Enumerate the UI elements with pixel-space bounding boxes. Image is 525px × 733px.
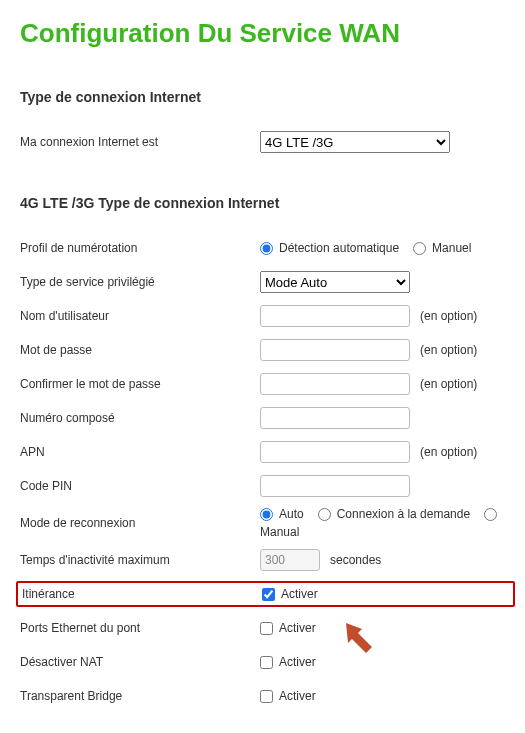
row-dialed-number: Numéro composé xyxy=(20,405,515,431)
dialed-number-input[interactable] xyxy=(260,407,410,429)
reconnect-auto-label: Auto xyxy=(279,507,304,521)
reconnect-auto-radio[interactable] xyxy=(260,508,273,521)
password-input[interactable] xyxy=(260,339,410,361)
page-title: Configuration Du Service WAN xyxy=(20,18,515,49)
row-my-connection: Ma connexion Internet est 4G LTE /3G xyxy=(20,129,515,155)
apn-hint: (en option) xyxy=(420,445,477,459)
reconnect-mode-label: Mode de reconnexion xyxy=(20,516,260,530)
apn-input[interactable] xyxy=(260,441,410,463)
section-4glte-heading: 4G LTE /3G Type de connexion Internet xyxy=(20,195,515,211)
reconnect-manual-radio[interactable] xyxy=(484,508,497,521)
username-label: Nom d'utilisateur xyxy=(20,309,260,323)
dial-profile-manual-label: Manuel xyxy=(432,241,471,255)
row-idle-time: Temps d'inactivité maximum secondes xyxy=(20,547,515,573)
confirm-password-input[interactable] xyxy=(260,373,410,395)
row-transparent-bridge: Transparent Bridge Activer xyxy=(20,683,515,709)
row-service-type: Type de service privilégié Mode Auto xyxy=(20,269,515,295)
idle-time-label: Temps d'inactivité maximum xyxy=(20,553,260,567)
row-apn: APN (en option) xyxy=(20,439,515,465)
transparent-bridge-checkbox[interactable] xyxy=(260,690,273,703)
dialed-number-label: Numéro composé xyxy=(20,411,260,425)
section-connection-type-heading: Type de connexion Internet xyxy=(20,89,515,105)
idle-time-suffix: secondes xyxy=(330,553,381,567)
row-reconnect-mode: Mode de reconnexion Auto Connexion à la … xyxy=(20,507,515,539)
row-username: Nom d'utilisateur (en option) xyxy=(20,303,515,329)
confirm-password-label: Confirmer le mot de passe xyxy=(20,377,260,391)
transparent-bridge-checkbox-label: Activer xyxy=(279,689,316,703)
roaming-checkbox-label: Activer xyxy=(281,587,318,601)
reconnect-manual-label: Manual xyxy=(260,525,299,539)
idle-time-input xyxy=(260,549,320,571)
disable-nat-checkbox-label: Activer xyxy=(279,655,316,669)
disable-nat-label: Désactiver NAT xyxy=(20,655,260,669)
row-disable-nat: Désactiver NAT Activer xyxy=(20,649,515,675)
row-confirm-password: Confirmer le mot de passe (en option) xyxy=(20,371,515,397)
apn-label: APN xyxy=(20,445,260,459)
disable-nat-checkbox[interactable] xyxy=(260,656,273,669)
pin-label: Code PIN xyxy=(20,479,260,493)
row-pin: Code PIN xyxy=(20,473,515,499)
pin-input[interactable] xyxy=(260,475,410,497)
reconnect-demand-radio[interactable] xyxy=(318,508,331,521)
bridge-ports-label: Ports Ethernet du pont xyxy=(20,621,260,635)
dial-profile-manual-radio[interactable] xyxy=(413,242,426,255)
row-roaming: Itinérance Activer xyxy=(16,581,515,607)
username-hint: (en option) xyxy=(420,309,477,323)
username-input[interactable] xyxy=(260,305,410,327)
dial-profile-label: Profil de numérotation xyxy=(20,241,260,255)
my-connection-select[interactable]: 4G LTE /3G xyxy=(260,131,450,153)
row-password: Mot de passe (en option) xyxy=(20,337,515,363)
transparent-bridge-label: Transparent Bridge xyxy=(20,689,260,703)
service-type-label: Type de service privilégié xyxy=(20,275,260,289)
dial-profile-auto-radio[interactable] xyxy=(260,242,273,255)
my-connection-label: Ma connexion Internet est xyxy=(20,135,260,149)
row-bridge-ports: Ports Ethernet du pont Activer xyxy=(20,615,515,641)
dial-profile-auto-label: Détection automatique xyxy=(279,241,399,255)
row-dial-profile: Profil de numérotation Détection automat… xyxy=(20,235,515,261)
roaming-label: Itinérance xyxy=(22,587,262,601)
service-type-select[interactable]: Mode Auto xyxy=(260,271,410,293)
roaming-checkbox[interactable] xyxy=(262,588,275,601)
bridge-ports-checkbox-label: Activer xyxy=(279,621,316,635)
password-hint: (en option) xyxy=(420,343,477,357)
confirm-password-hint: (en option) xyxy=(420,377,477,391)
bridge-ports-checkbox[interactable] xyxy=(260,622,273,635)
reconnect-demand-label: Connexion à la demande xyxy=(337,507,470,521)
password-label: Mot de passe xyxy=(20,343,260,357)
